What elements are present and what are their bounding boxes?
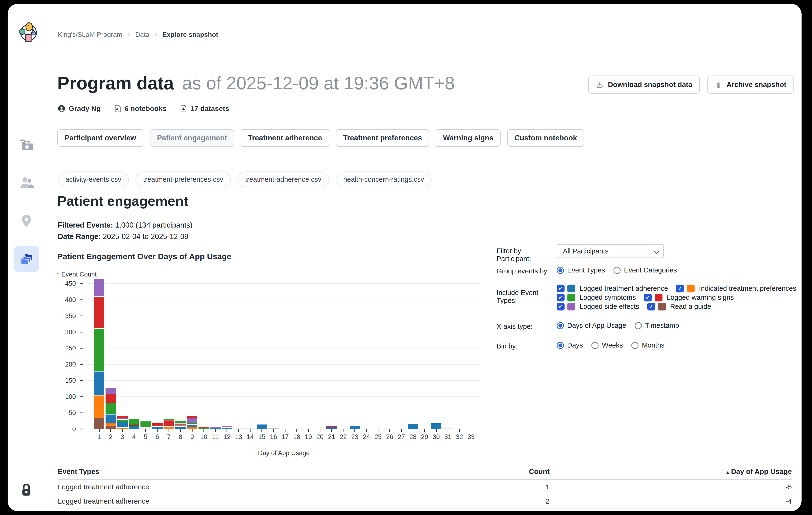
bar-day-8 xyxy=(175,421,186,429)
tab-treatment-adherence[interactable]: Treatment adherence xyxy=(241,129,329,147)
y-tick-label: 400 xyxy=(50,296,76,304)
data-folders-icon xyxy=(19,251,34,267)
y-tick-mark xyxy=(80,283,83,284)
gridline-y400 xyxy=(88,300,480,300)
checkbox-logged-side-effects[interactable]: ✓ xyxy=(557,303,564,310)
chart-controls: Filter by Participant: All Participants … xyxy=(497,244,802,356)
y-tick-mark xyxy=(80,429,83,429)
checkbox-read-a-guide[interactable]: ✓ xyxy=(647,303,655,310)
folder-plus-icon xyxy=(18,137,34,153)
event-type-checkbox-list: ✓Logged treatment adherence✓Indicated tr… xyxy=(557,284,796,311)
file-chip-health-concern-ratings-csv[interactable]: health-concern-ratings.csv xyxy=(336,172,432,187)
radio-option-timestamp[interactable]: Timestamp xyxy=(635,322,679,330)
bar-day-7 xyxy=(164,419,174,429)
y-tick-label: 100 xyxy=(50,393,76,400)
x-tick-mark xyxy=(227,429,227,432)
sidebar-item-participants[interactable] xyxy=(13,170,39,196)
date-range-label: Date Range: xyxy=(58,232,101,241)
x-axis-type-radio-timestamp[interactable] xyxy=(635,322,642,329)
divider xyxy=(45,155,802,155)
table-row: Logged treatment adherence2-4 xyxy=(58,494,792,508)
bar-day-10 xyxy=(199,427,209,429)
sidebar-item-locations[interactable] xyxy=(13,208,39,234)
radio-option-event-categories[interactable]: Event Categories xyxy=(613,266,677,274)
page-subtitle: as of 2025-12-09 at 19:36 GMT+8 xyxy=(182,73,455,93)
bar-segment-orange xyxy=(175,425,186,427)
bar-segment-blue xyxy=(257,424,267,429)
bin-by-radio-days[interactable] xyxy=(557,342,564,349)
participant-filter-select[interactable]: All Participants xyxy=(557,244,664,258)
bar-segment-orange xyxy=(187,427,197,429)
tab-warning-signs[interactable]: Warning signs xyxy=(436,129,500,147)
file-chip-treatment-preferences-csv[interactable]: treatment-preferences.csv xyxy=(136,172,231,187)
x-axis-type-radio-days-of-app-usage[interactable] xyxy=(557,322,564,329)
document-chart-icon xyxy=(180,105,187,112)
filtered-events-value: 1,000 (134 participants) xyxy=(115,221,193,229)
checkbox-logged-symptoms[interactable]: ✓ xyxy=(557,294,564,301)
table-row: Logged treatment adherence1-3 xyxy=(58,508,792,511)
participant-filter-value: All Participants xyxy=(563,247,609,255)
breadcrumb-item-data[interactable]: Data xyxy=(135,31,149,38)
tab-participant-overview[interactable]: Participant overview xyxy=(57,129,143,147)
group-events-radio-event-types[interactable] xyxy=(557,267,564,274)
lock-icon xyxy=(20,483,33,497)
sidebar-item-records[interactable] xyxy=(13,132,39,158)
datasets-count: 17 datasets xyxy=(191,104,229,113)
radio-option-days-of-app-usage[interactable]: Days of App Usage xyxy=(557,322,626,330)
bar-day-1 xyxy=(94,279,104,429)
gridline-y150 xyxy=(88,380,480,381)
bar-segment-green xyxy=(175,421,186,424)
group-events-radio-label: Event Types xyxy=(567,266,605,274)
breadcrumb-item-explore-snapshot: Explore snapshot xyxy=(162,31,218,38)
event-type-checkbox-row: ✓Logged side effects✓Read a guide xyxy=(557,302,796,311)
app-logo-icon xyxy=(18,21,39,44)
app-window: King's/SLaM Program›Data›Explore snapsho… xyxy=(8,4,802,511)
chart-title: Patient Engagement Over Days of App Usag… xyxy=(57,252,231,261)
bar-day-14 xyxy=(245,428,256,429)
y-tick-mark xyxy=(80,300,83,300)
download-snapshot-button[interactable]: Download snapshot data xyxy=(588,75,700,94)
bar-segment-blue xyxy=(175,427,186,429)
bar-segment-orange xyxy=(164,427,174,429)
bin-by-radio-weeks[interactable] xyxy=(591,342,599,349)
table-header-day-of-app-usage[interactable]: ▲Day of App Usage xyxy=(550,465,792,480)
x-tick-mark xyxy=(261,429,262,432)
bin-by-radio-months[interactable] xyxy=(631,342,638,349)
date-range-line: Date Range: 2025-02-04 to 2025-12-09 xyxy=(58,232,188,241)
x-tick-mark xyxy=(238,429,239,432)
radio-option-months[interactable]: Months xyxy=(631,341,664,349)
bar-segment-gray xyxy=(268,428,279,429)
owner-name: Grady Ng xyxy=(69,104,101,113)
checkbox-logged-warning-signs[interactable]: ✓ xyxy=(644,294,652,301)
table-header-count[interactable]: Count xyxy=(461,465,550,480)
bar-segment-orange xyxy=(106,423,116,427)
trash-icon xyxy=(715,81,722,88)
radio-option-days[interactable]: Days xyxy=(557,341,583,349)
x-tick-mark xyxy=(471,429,471,432)
bar-segment-green xyxy=(94,329,104,371)
tab-custom-notebook[interactable]: Custom notebook xyxy=(507,129,584,147)
table-cell: 2 xyxy=(461,494,550,508)
bin-by-radio-group: DaysWeeksMonths xyxy=(557,341,664,349)
checkbox-indicated-treatment-preferences[interactable]: ✓ xyxy=(676,284,684,293)
bar-segment-blue xyxy=(94,371,104,395)
bar-day-5 xyxy=(141,421,151,429)
bar-segment-lightblue xyxy=(245,428,256,429)
checkbox-logged-treatment-adherence[interactable]: ✓ xyxy=(557,284,564,293)
group-events-radio-event-categories[interactable] xyxy=(613,267,621,274)
breadcrumb-separator-icon: › xyxy=(127,30,130,38)
file-chip-activity-events-csv[interactable]: activity-events.csv xyxy=(58,172,129,187)
color-swatch-read-a-guide xyxy=(658,303,666,310)
bar-day-28 xyxy=(408,423,418,429)
bar-day-11 xyxy=(210,427,221,429)
radio-option-weeks[interactable]: Weeks xyxy=(591,341,623,349)
tab-treatment-preferences[interactable]: Treatment preferences xyxy=(336,129,429,147)
breadcrumb-item-king-s-slam-program[interactable]: King's/SLaM Program xyxy=(58,31,122,38)
x-tick-mark xyxy=(134,429,134,432)
file-chip-treatment-adherence-csv[interactable]: treatment-adherence.csv xyxy=(237,172,329,187)
table-header-event-types[interactable]: Event Types xyxy=(58,465,461,480)
radio-option-event-types[interactable]: Event Types xyxy=(557,266,605,274)
sidebar-item-data[interactable] xyxy=(13,246,39,272)
archive-snapshot-button[interactable]: Archive snapshot xyxy=(707,75,794,94)
tab-patient-engagement[interactable]: Patient engagement xyxy=(150,129,234,147)
